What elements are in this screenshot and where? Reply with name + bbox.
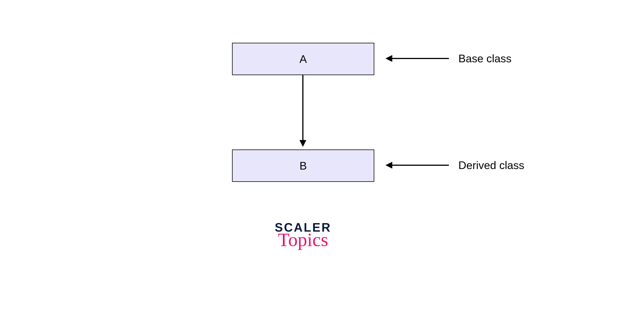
logo-line2: Topics bbox=[269, 232, 337, 248]
arrow-a-to-b-head-icon bbox=[300, 140, 306, 147]
arrow-base-line bbox=[392, 58, 449, 59]
arrow-a-to-b-line bbox=[302, 74, 304, 141]
label-derived-class: Derived class bbox=[458, 159, 524, 171]
box-a-label: A bbox=[300, 53, 307, 65]
scaler-topics-logo: SCALER Topics bbox=[269, 221, 337, 248]
box-b-label: B bbox=[300, 159, 307, 172]
box-a: A bbox=[232, 43, 374, 75]
arrow-derived-line bbox=[392, 165, 449, 166]
arrow-base-head-icon bbox=[386, 55, 392, 62]
label-base-class: Base class bbox=[458, 52, 512, 65]
arrow-derived-head-icon bbox=[386, 162, 392, 169]
box-b: B bbox=[232, 149, 374, 182]
